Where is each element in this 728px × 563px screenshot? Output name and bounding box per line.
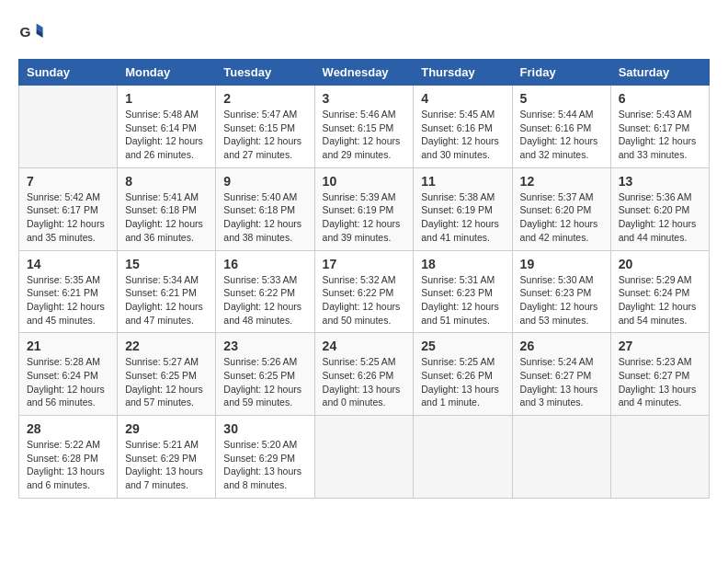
calendar-day-cell: 16 Sunrise: 5:33 AMSunset: 6:22 PMDaylig… [216,250,314,333]
calendar-day-cell: 13 Sunrise: 5:36 AMSunset: 6:20 PMDaylig… [610,167,709,250]
calendar-day-cell: 10 Sunrise: 5:39 AMSunset: 6:19 PMDaylig… [314,167,414,250]
calendar-day-cell: 5 Sunrise: 5:44 AMSunset: 6:16 PMDayligh… [512,86,610,168]
day-info: Sunrise: 5:20 AMSunset: 6:29 PMDaylight:… [223,438,306,492]
calendar-header-row: SundayMondayTuesdayWednesdayThursdayFrid… [19,60,710,86]
day-number: 22 [125,339,208,353]
calendar-day-cell [610,416,709,499]
day-info: Sunrise: 5:44 AMSunset: 6:16 PMDaylight:… [520,108,603,162]
calendar-day-cell [314,416,414,499]
calendar-day-cell: 28 Sunrise: 5:22 AMSunset: 6:28 PMDaylig… [19,416,118,499]
day-info: Sunrise: 5:21 AMSunset: 6:29 PMDaylight:… [125,438,208,492]
day-number: 13 [619,174,701,189]
day-info: Sunrise: 5:32 AMSunset: 6:22 PMDaylight:… [323,273,406,327]
calendar-day-cell: 4 Sunrise: 5:45 AMSunset: 6:16 PMDayligh… [414,86,512,168]
day-number: 20 [619,257,701,271]
day-info: Sunrise: 5:31 AMSunset: 6:23 PMDaylight:… [421,273,504,327]
svg-text:G: G [19,24,30,40]
day-info: Sunrise: 5:41 AMSunset: 6:18 PMDaylight:… [125,190,208,245]
day-info: Sunrise: 5:37 AMSunset: 6:20 PMDaylight:… [520,190,603,245]
day-number: 1 [125,91,208,106]
day-info: Sunrise: 5:26 AMSunset: 6:25 PMDaylight:… [223,355,306,409]
calendar-day-cell: 1 Sunrise: 5:48 AMSunset: 6:14 PMDayligh… [118,86,216,168]
day-number: 16 [223,257,306,271]
calendar-day-cell: 9 Sunrise: 5:40 AMSunset: 6:18 PMDayligh… [216,167,314,250]
calendar-day-cell: 24 Sunrise: 5:25 AMSunset: 6:26 PMDaylig… [314,333,414,416]
calendar-day-cell: 6 Sunrise: 5:43 AMSunset: 6:17 PMDayligh… [610,86,709,168]
day-info: Sunrise: 5:45 AMSunset: 6:16 PMDaylight:… [421,108,504,162]
day-info: Sunrise: 5:40 AMSunset: 6:18 PMDaylight:… [223,190,306,245]
day-info: Sunrise: 5:25 AMSunset: 6:26 PMDaylight:… [421,355,504,409]
day-info: Sunrise: 5:27 AMSunset: 6:25 PMDaylight:… [125,355,208,409]
calendar-week-row: 14 Sunrise: 5:35 AMSunset: 6:21 PMDaylig… [19,250,710,333]
day-of-week-header: Wednesday [314,60,414,86]
calendar-day-cell: 27 Sunrise: 5:23 AMSunset: 6:27 PMDaylig… [610,333,709,416]
calendar-day-cell: 23 Sunrise: 5:26 AMSunset: 6:25 PMDaylig… [216,333,314,416]
day-number: 26 [520,339,603,353]
day-number: 17 [323,257,406,271]
day-info: Sunrise: 5:22 AMSunset: 6:28 PMDaylight:… [27,438,109,492]
day-number: 24 [323,339,406,353]
day-number: 8 [125,174,208,189]
day-info: Sunrise: 5:36 AMSunset: 6:20 PMDaylight:… [619,190,701,245]
day-info: Sunrise: 5:25 AMSunset: 6:26 PMDaylight:… [323,355,406,409]
day-info: Sunrise: 5:43 AMSunset: 6:17 PMDaylight:… [619,108,701,162]
day-info: Sunrise: 5:23 AMSunset: 6:27 PMDaylight:… [619,355,701,409]
day-info: Sunrise: 5:35 AMSunset: 6:21 PMDaylight:… [27,273,109,327]
calendar-day-cell: 12 Sunrise: 5:37 AMSunset: 6:20 PMDaylig… [512,167,610,250]
calendar-day-cell [19,86,118,168]
day-info: Sunrise: 5:39 AMSunset: 6:19 PMDaylight:… [323,190,406,245]
day-number: 29 [125,421,208,436]
day-number: 9 [223,174,306,189]
calendar-day-cell: 8 Sunrise: 5:41 AMSunset: 6:18 PMDayligh… [118,167,216,250]
day-info: Sunrise: 5:34 AMSunset: 6:21 PMDaylight:… [125,273,208,327]
day-number: 6 [619,91,701,106]
calendar-day-cell: 26 Sunrise: 5:24 AMSunset: 6:27 PMDaylig… [512,333,610,416]
calendar-day-cell: 20 Sunrise: 5:29 AMSunset: 6:24 PMDaylig… [610,250,709,333]
calendar-day-cell: 25 Sunrise: 5:25 AMSunset: 6:26 PMDaylig… [414,333,512,416]
calendar-day-cell: 15 Sunrise: 5:34 AMSunset: 6:21 PMDaylig… [118,250,216,333]
day-info: Sunrise: 5:47 AMSunset: 6:15 PMDaylight:… [223,108,306,162]
day-number: 12 [520,174,603,189]
day-info: Sunrise: 5:48 AMSunset: 6:14 PMDaylight:… [125,108,208,162]
calendar-day-cell [414,416,512,499]
day-info: Sunrise: 5:30 AMSunset: 6:23 PMDaylight:… [520,273,603,327]
day-number: 11 [421,174,504,189]
day-number: 28 [27,421,109,436]
day-number: 30 [223,421,306,436]
calendar-week-row: 7 Sunrise: 5:42 AMSunset: 6:17 PMDayligh… [19,167,710,250]
day-number: 15 [125,257,208,271]
day-number: 2 [223,91,306,106]
day-number: 25 [421,339,504,353]
calendar-table: SundayMondayTuesdayWednesdayThursdayFrid… [18,59,710,499]
day-of-week-header: Monday [118,60,216,86]
day-number: 3 [323,91,406,106]
calendar-day-cell: 3 Sunrise: 5:46 AMSunset: 6:15 PMDayligh… [314,86,414,168]
calendar-day-cell: 18 Sunrise: 5:31 AMSunset: 6:23 PMDaylig… [414,250,512,333]
day-number: 5 [520,91,603,106]
calendar-week-row: 21 Sunrise: 5:28 AMSunset: 6:24 PMDaylig… [19,333,710,416]
day-info: Sunrise: 5:33 AMSunset: 6:22 PMDaylight:… [223,273,306,327]
day-number: 23 [223,339,306,353]
day-info: Sunrise: 5:46 AMSunset: 6:15 PMDaylight:… [323,108,406,162]
day-of-week-header: Sunday [19,60,118,86]
logo-icon: G [18,18,44,44]
day-number: 19 [520,257,603,271]
day-number: 27 [619,339,701,353]
calendar-day-cell: 14 Sunrise: 5:35 AMSunset: 6:21 PMDaylig… [19,250,118,333]
calendar-day-cell: 29 Sunrise: 5:21 AMSunset: 6:29 PMDaylig… [118,416,216,499]
day-of-week-header: Thursday [414,60,512,86]
day-number: 21 [27,339,109,353]
calendar-day-cell: 2 Sunrise: 5:47 AMSunset: 6:15 PMDayligh… [216,86,314,168]
header: G [18,18,710,44]
calendar-day-cell: 22 Sunrise: 5:27 AMSunset: 6:25 PMDaylig… [118,333,216,416]
day-info: Sunrise: 5:28 AMSunset: 6:24 PMDaylight:… [27,355,109,409]
day-info: Sunrise: 5:38 AMSunset: 6:19 PMDaylight:… [421,190,504,245]
day-of-week-header: Saturday [610,60,709,86]
calendar-day-cell: 19 Sunrise: 5:30 AMSunset: 6:23 PMDaylig… [512,250,610,333]
calendar-week-row: 28 Sunrise: 5:22 AMSunset: 6:28 PMDaylig… [19,416,710,499]
day-number: 10 [323,174,406,189]
day-info: Sunrise: 5:24 AMSunset: 6:27 PMDaylight:… [520,355,603,409]
calendar-day-cell: 21 Sunrise: 5:28 AMSunset: 6:24 PMDaylig… [19,333,118,416]
day-number: 18 [421,257,504,271]
day-info: Sunrise: 5:29 AMSunset: 6:24 PMDaylight:… [619,273,701,327]
